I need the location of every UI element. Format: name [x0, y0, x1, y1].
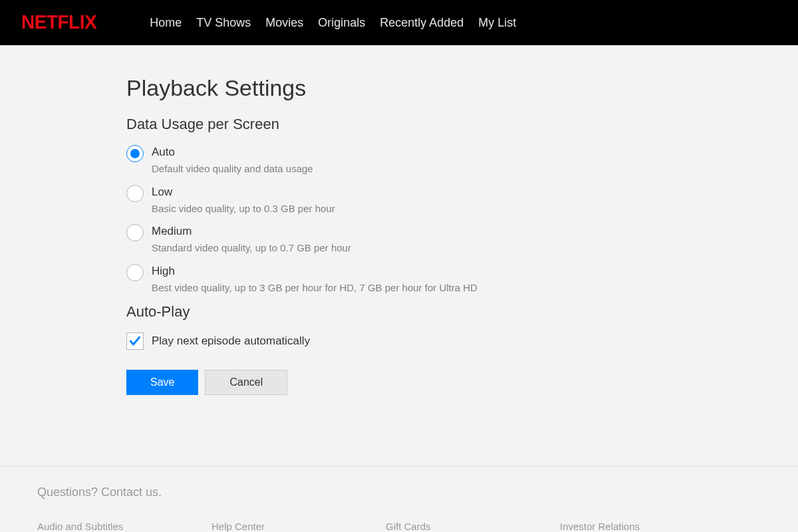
check-icon	[128, 334, 142, 348]
page-title: Playback Settings	[126, 75, 505, 101]
radio-text: High Best video quality, up to 3 GB per …	[152, 264, 477, 295]
brand-logo[interactable]: NETFLIX	[21, 11, 96, 34]
site-footer: Questions? Contact us. Audio and Subtitl…	[0, 466, 798, 532]
nav-item-my-list[interactable]: My List	[478, 16, 516, 30]
settings-content: Playback Settings Data Usage per Screen …	[0, 45, 505, 395]
footer-links: Audio and Subtitles Help Center Gift Car…	[37, 521, 761, 532]
radio-icon	[126, 264, 144, 281]
footer-contact[interactable]: Questions? Contact us.	[37, 485, 761, 499]
radio-text: Low Basic video quality, up to 0.3 GB pe…	[152, 185, 335, 215]
radio-text: Medium Standard video quality, up to 0.7…	[152, 224, 351, 255]
autoplay-heading: Auto-Play	[126, 303, 505, 321]
button-row: Save Cancel	[126, 370, 505, 395]
radio-description: Basic video quality, up to 0.3 GB per ho…	[152, 202, 335, 215]
checkbox-icon	[126, 332, 144, 350]
footer-link-investor-relations[interactable]: Investor Relations	[560, 521, 734, 532]
radio-description: Best video quality, up to 3 GB per hour …	[152, 281, 477, 295]
radio-option-medium[interactable]: Medium Standard video quality, up to 0.7…	[126, 224, 505, 255]
primary-nav: Home TV Shows Movies Originals Recently …	[150, 16, 516, 30]
radio-label: Auto	[152, 145, 313, 160]
nav-item-originals[interactable]: Originals	[318, 16, 365, 30]
nav-item-recently-added[interactable]: Recently Added	[380, 16, 464, 30]
radio-text: Auto Default video quality and data usag…	[152, 145, 313, 176]
radio-option-low[interactable]: Low Basic video quality, up to 0.3 GB pe…	[126, 185, 505, 215]
radio-description: Standard video quality, up to 0.7 GB per…	[152, 241, 351, 255]
radio-option-high[interactable]: High Best video quality, up to 3 GB per …	[126, 264, 505, 295]
radio-option-auto[interactable]: Auto Default video quality and data usag…	[126, 145, 505, 176]
save-button[interactable]: Save	[126, 370, 198, 395]
nav-item-tv-shows[interactable]: TV Shows	[196, 16, 251, 30]
radio-label: Medium	[152, 224, 351, 239]
top-nav-bar: NETFLIX Home TV Shows Movies Originals R…	[0, 0, 798, 45]
radio-icon	[126, 185, 144, 202]
radio-icon	[126, 224, 144, 241]
footer-link-help-center[interactable]: Help Center	[211, 521, 386, 532]
nav-item-home[interactable]: Home	[150, 16, 182, 30]
footer-link-audio-subtitles[interactable]: Audio and Subtitles	[37, 521, 211, 532]
data-usage-options: Auto Default video quality and data usag…	[126, 145, 505, 294]
radio-description: Default video quality and data usage	[152, 162, 313, 176]
autoplay-label: Play next episode automatically	[152, 334, 310, 348]
radio-label: Low	[152, 185, 335, 200]
data-usage-heading: Data Usage per Screen	[126, 116, 505, 133]
cancel-button[interactable]: Cancel	[205, 370, 287, 395]
nav-item-movies[interactable]: Movies	[265, 16, 303, 30]
radio-icon	[126, 145, 144, 162]
radio-label: High	[152, 264, 477, 279]
footer-link-gift-cards[interactable]: Gift Cards	[386, 521, 560, 532]
autoplay-checkbox-row[interactable]: Play next episode automatically	[126, 332, 505, 350]
